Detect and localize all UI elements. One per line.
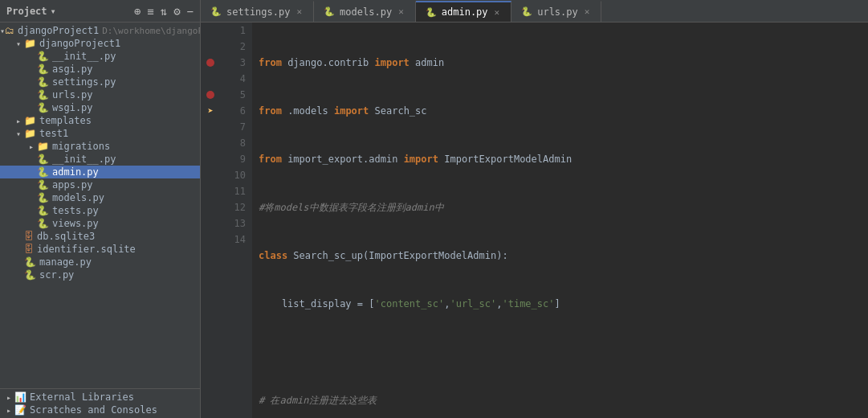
tree-item-test1[interactable]: ▾ 📁 test1 bbox=[0, 127, 200, 140]
list-icon[interactable]: ≡ bbox=[147, 5, 153, 18]
gutter-line-4 bbox=[201, 71, 220, 87]
scratches-icon: 📝 bbox=[14, 404, 26, 416]
folder-icon-test1: 📁 bbox=[24, 128, 36, 139]
line-numbers: 1 2 3 4 5 6 7 8 9 10 11 12 13 14 bbox=[220, 23, 252, 418]
code-content[interactable]: from django.contrib import admin from .m… bbox=[252, 23, 868, 418]
file-tree: ▾ 🗂 djangoProject1 D:\workhome\djangoPro… bbox=[0, 23, 200, 388]
tree-item-views[interactable]: 🐍 views.py bbox=[0, 217, 200, 230]
folder-icon: 🗂 bbox=[5, 25, 14, 36]
gutter-line-11 bbox=[201, 183, 220, 199]
tab-models[interactable]: 🐍 models.py ✕ bbox=[314, 1, 416, 22]
tab-icon-admin: 🐍 bbox=[426, 7, 437, 18]
ln-10: 10 bbox=[226, 167, 246, 183]
py-icon-test1-init: 🐍 bbox=[37, 154, 49, 165]
tab-label-settings: settings.py bbox=[226, 6, 290, 18]
code-line-6: list_display = ['content_sc','url_sc','t… bbox=[259, 296, 862, 312]
tree-label-views: views.py bbox=[52, 218, 99, 229]
tree-label-test1: test1 bbox=[39, 128, 68, 139]
tree-item-pkg[interactable]: ▾ 📁 djangoProject1 bbox=[0, 37, 200, 50]
py-icon-manage: 🐍 bbox=[24, 256, 36, 268]
folder-icon-templates: 📁 bbox=[24, 115, 36, 126]
editor-area: 🐍 settings.py ✕ 🐍 models.py ✕ 🐍 admin.py… bbox=[201, 0, 868, 418]
tree-item-test1-init[interactable]: 🐍 __init__.py bbox=[0, 153, 200, 166]
tab-icon-settings: 🐍 bbox=[210, 6, 222, 17]
gutter-line-7 bbox=[201, 119, 220, 135]
arrow-scratches: ▸ bbox=[3, 406, 14, 415]
folder-icon-migrations: 📁 bbox=[37, 141, 49, 152]
tab-close-urls[interactable]: ✕ bbox=[583, 6, 592, 18]
tree-item-manage[interactable]: 🐍 manage.py bbox=[0, 256, 200, 268]
tree-item-external-libs[interactable]: ▸ 📊 External Libraries bbox=[0, 391, 200, 404]
tree-label-identifier-sqlite: identifier.sqlite bbox=[37, 244, 136, 255]
tree-item-apps[interactable]: 🐍 apps.py bbox=[0, 178, 200, 191]
tree-item-scr[interactable]: 🐍 scr.py bbox=[0, 268, 200, 281]
tree-label-scr: scr.py bbox=[39, 269, 74, 281]
tree-item-admin[interactable]: 🐍 admin.py bbox=[0, 166, 200, 178]
tree-item-migrations[interactable]: ▸ 📁 migrations bbox=[0, 140, 200, 153]
add-icon[interactable]: ⊕ bbox=[134, 5, 141, 18]
tree-item-templates[interactable]: ▸ 📁 templates bbox=[0, 114, 200, 127]
tree-label-urls: urls.py bbox=[52, 89, 93, 100]
gutter-line-2 bbox=[201, 39, 220, 55]
code-line-7 bbox=[259, 344, 862, 360]
breakpoint-3 bbox=[206, 59, 214, 67]
tree-label-apps: apps.py bbox=[52, 179, 93, 191]
tree-item-settings[interactable]: 🐍 settings.py bbox=[0, 76, 200, 88]
tree-item-models[interactable]: 🐍 models.py bbox=[0, 191, 200, 204]
ln-3: 3 bbox=[226, 55, 246, 71]
ln-2: 2 bbox=[226, 39, 246, 55]
tab-admin[interactable]: 🐍 admin.py ✕ bbox=[416, 1, 511, 22]
tab-close-settings[interactable]: ✕ bbox=[295, 6, 304, 18]
arrow-migrations: ▸ bbox=[26, 142, 37, 151]
tab-urls[interactable]: 🐍 urls.py ✕ bbox=[511, 1, 601, 22]
py-icon-apps: 🐍 bbox=[37, 179, 49, 191]
ln-7: 7 bbox=[226, 119, 246, 135]
gutter-line-9 bbox=[201, 151, 220, 167]
ln-9: 9 bbox=[226, 151, 246, 167]
tab-icon-models: 🐍 bbox=[324, 6, 335, 17]
code-line-8: # 在admin注册进去这些表 bbox=[259, 392, 862, 408]
tree-item-asgi[interactable]: 🐍 asgi.py bbox=[0, 63, 200, 76]
ln-13: 13 bbox=[226, 215, 246, 232]
ln-4: 4 bbox=[226, 71, 246, 87]
db-icon-identifier: 🗄 bbox=[24, 244, 34, 255]
tab-label-urls: urls.py bbox=[537, 6, 578, 18]
sort-icon[interactable]: ⇅ bbox=[161, 5, 167, 18]
tab-close-models[interactable]: ✕ bbox=[397, 6, 405, 18]
ln-6: 6 bbox=[226, 103, 246, 119]
tree-item-identifier-sqlite[interactable]: 🗄 identifier.sqlite bbox=[0, 243, 200, 256]
gutter-line-14 bbox=[201, 232, 220, 248]
project-dropdown-icon[interactable]: ▾ bbox=[51, 6, 56, 17]
gutter-line-13 bbox=[201, 215, 220, 232]
code-line-3: from import_export.admin import ImportEx… bbox=[259, 151, 862, 167]
sidebar-header-icons: ⊕ ≡ ⇅ ⚙ − bbox=[134, 5, 194, 18]
arrow-test1: ▾ bbox=[13, 129, 24, 138]
arrow-ext-libs: ▸ bbox=[3, 393, 14, 402]
tree-item-db-sqlite3[interactable]: 🗄 db.sqlite3 bbox=[0, 230, 200, 243]
project-title: Project ▾ bbox=[6, 6, 56, 17]
tree-label-init: __init__.py bbox=[52, 51, 116, 62]
code-line-1: from django.contrib import admin bbox=[259, 55, 862, 71]
tree-label-ext-libs: External Libraries bbox=[30, 391, 134, 403]
py-icon-wsgi: 🐍 bbox=[37, 102, 49, 113]
sidebar: Project ▾ ⊕ ≡ ⇅ ⚙ − ▾ 🗂 djangoProject1 D… bbox=[0, 0, 201, 418]
py-icon-tests: 🐍 bbox=[37, 205, 49, 216]
project-label: Project bbox=[6, 6, 47, 17]
ext-libs-icon: 📊 bbox=[14, 391, 26, 403]
ln-11: 11 bbox=[226, 183, 246, 199]
tree-item-root[interactable]: ▾ 🗂 djangoProject1 D:\workhome\djangoPro… bbox=[0, 24, 200, 37]
tree-item-wsgi[interactable]: 🐍 wsgi.py bbox=[0, 101, 200, 114]
collapse-icon[interactable]: − bbox=[187, 5, 194, 18]
arrow-pkg: ▾ bbox=[13, 39, 24, 48]
breakpoint-5 bbox=[206, 91, 214, 99]
tree-item-tests[interactable]: 🐍 tests.py bbox=[0, 204, 200, 217]
gutter-line-8 bbox=[201, 135, 220, 151]
tab-close-admin[interactable]: ✕ bbox=[493, 6, 502, 18]
tree-label-manage: manage.py bbox=[39, 256, 92, 268]
tab-settings[interactable]: 🐍 settings.py ✕ bbox=[201, 1, 314, 22]
tree-item-init[interactable]: 🐍 __init__.py bbox=[0, 50, 200, 63]
settings-icon[interactable]: ⚙ bbox=[173, 5, 180, 18]
py-icon-views: 🐍 bbox=[37, 218, 49, 229]
tree-item-scratches[interactable]: ▸ 📝 Scratches and Consoles bbox=[0, 404, 200, 416]
tree-item-urls[interactable]: 🐍 urls.py bbox=[0, 88, 200, 101]
